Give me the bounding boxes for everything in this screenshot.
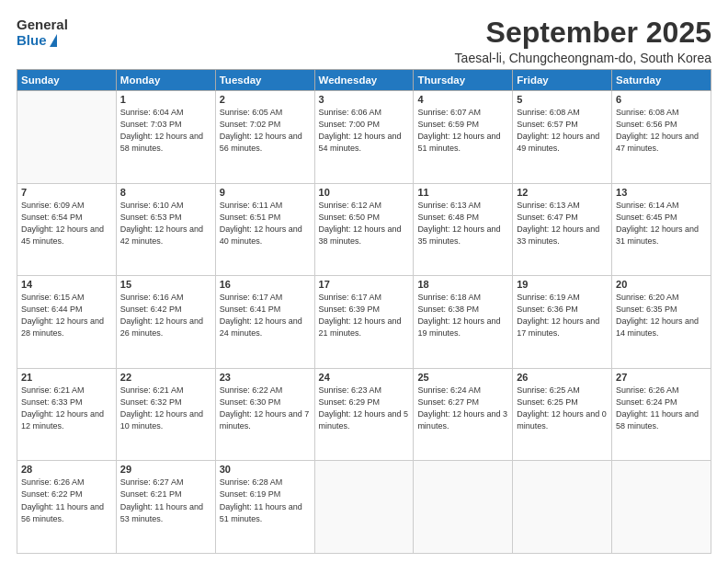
day-number: 4	[417, 94, 508, 105]
day-number: 14	[21, 279, 112, 290]
table-row: 4Sunrise: 6:07 AMSunset: 6:59 PMDaylight…	[414, 91, 513, 184]
calendar: Sunday Monday Tuesday Wednesday Thursday…	[17, 69, 711, 554]
day-number: 23	[220, 372, 311, 383]
day-number: 26	[517, 372, 608, 383]
day-info: Sunrise: 6:21 AMSunset: 6:33 PMDaylight:…	[21, 385, 112, 432]
day-info: Sunrise: 6:26 AMSunset: 6:24 PMDaylight:…	[616, 385, 707, 432]
day-info: Sunrise: 6:05 AMSunset: 7:02 PMDaylight:…	[220, 107, 311, 155]
page: General Blue September 2025 Taesal-li, C…	[0, 0, 728, 563]
day-number: 17	[319, 279, 410, 290]
table-row: 21Sunrise: 6:21 AMSunset: 6:33 PMDayligh…	[17, 368, 117, 461]
table-row: 27Sunrise: 6:26 AMSunset: 6:24 PMDayligh…	[612, 368, 711, 461]
day-info: Sunrise: 6:15 AMSunset: 6:44 PMDaylight:…	[21, 292, 112, 339]
table-row: 15Sunrise: 6:16 AMSunset: 6:42 PMDayligh…	[116, 276, 215, 369]
calendar-week-row: 28Sunrise: 6:26 AMSunset: 6:22 PMDayligh…	[17, 461, 711, 554]
table-row: 18Sunrise: 6:18 AMSunset: 6:38 PMDayligh…	[414, 276, 513, 369]
day-number: 2	[220, 94, 311, 105]
day-info: Sunrise: 6:10 AMSunset: 6:53 PMDaylight:…	[120, 200, 211, 247]
table-row: 16Sunrise: 6:17 AMSunset: 6:41 PMDayligh…	[215, 276, 314, 369]
table-row: 29Sunrise: 6:27 AMSunset: 6:21 PMDayligh…	[116, 461, 215, 554]
table-row: 24Sunrise: 6:23 AMSunset: 6:29 PMDayligh…	[314, 368, 414, 461]
day-info: Sunrise: 6:13 AMSunset: 6:47 PMDaylight:…	[517, 200, 608, 247]
day-info: Sunrise: 6:17 AMSunset: 6:41 PMDaylight:…	[220, 292, 311, 339]
calendar-week-row: 14Sunrise: 6:15 AMSunset: 6:44 PMDayligh…	[17, 276, 711, 369]
table-row: 19Sunrise: 6:19 AMSunset: 6:36 PMDayligh…	[513, 276, 612, 369]
day-number: 24	[319, 372, 410, 383]
day-info: Sunrise: 6:08 AMSunset: 6:56 PMDaylight:…	[616, 107, 707, 155]
header: General Blue September 2025 Taesal-li, C…	[17, 17, 711, 65]
col-saturday: Saturday	[612, 70, 711, 91]
day-number: 20	[616, 279, 707, 290]
day-number: 6	[616, 94, 707, 105]
day-number: 1	[120, 94, 211, 105]
table-row: 23Sunrise: 6:22 AMSunset: 6:30 PMDayligh…	[215, 368, 314, 461]
day-info: Sunrise: 6:27 AMSunset: 6:21 PMDaylight:…	[120, 477, 211, 524]
day-info: Sunrise: 6:26 AMSunset: 6:22 PMDaylight:…	[21, 477, 112, 524]
day-info: Sunrise: 6:25 AMSunset: 6:25 PMDaylight:…	[517, 385, 608, 432]
day-info: Sunrise: 6:13 AMSunset: 6:48 PMDaylight:…	[417, 200, 508, 247]
day-info: Sunrise: 6:08 AMSunset: 6:57 PMDaylight:…	[517, 107, 608, 155]
table-row: 1Sunrise: 6:04 AMSunset: 7:03 PMDaylight…	[116, 91, 215, 184]
table-row: 13Sunrise: 6:14 AMSunset: 6:45 PMDayligh…	[612, 183, 711, 276]
table-row: 17Sunrise: 6:17 AMSunset: 6:39 PMDayligh…	[314, 276, 414, 369]
month-title: September 2025	[77, 17, 711, 49]
day-number: 19	[517, 279, 608, 290]
day-info: Sunrise: 6:16 AMSunset: 6:42 PMDaylight:…	[120, 292, 211, 339]
day-number: 16	[220, 279, 311, 290]
logo-general: General	[17, 17, 68, 32]
title-block: September 2025 Taesal-li, Chungcheongnam…	[68, 17, 711, 65]
day-info: Sunrise: 6:12 AMSunset: 6:50 PMDaylight:…	[319, 200, 410, 247]
day-info: Sunrise: 6:11 AMSunset: 6:51 PMDaylight:…	[220, 200, 311, 247]
calendar-header-row: Sunday Monday Tuesday Wednesday Thursday…	[17, 70, 711, 91]
day-number: 7	[21, 187, 112, 198]
day-number: 13	[616, 187, 707, 198]
calendar-week-row: 21Sunrise: 6:21 AMSunset: 6:33 PMDayligh…	[17, 368, 711, 461]
logo-blue-row: Blue	[17, 32, 68, 48]
day-number: 5	[517, 94, 608, 105]
table-row: 2Sunrise: 6:05 AMSunset: 7:02 PMDaylight…	[215, 91, 314, 184]
day-number: 8	[120, 187, 211, 198]
table-row: 7Sunrise: 6:09 AMSunset: 6:54 PMDaylight…	[17, 183, 117, 276]
table-row	[612, 461, 711, 554]
table-row: 8Sunrise: 6:10 AMSunset: 6:53 PMDaylight…	[116, 183, 215, 276]
logo: General Blue	[17, 17, 68, 49]
table-row: 10Sunrise: 6:12 AMSunset: 6:50 PMDayligh…	[314, 183, 414, 276]
table-row: 3Sunrise: 6:06 AMSunset: 7:00 PMDaylight…	[314, 91, 414, 184]
day-info: Sunrise: 6:17 AMSunset: 6:39 PMDaylight:…	[319, 292, 410, 339]
day-number: 25	[417, 372, 508, 383]
table-row: 14Sunrise: 6:15 AMSunset: 6:44 PMDayligh…	[17, 276, 117, 369]
table-row	[314, 461, 414, 554]
day-number: 21	[21, 372, 112, 383]
table-row	[17, 91, 117, 184]
day-number: 29	[120, 464, 211, 475]
location: Taesal-li, Chungcheongnam-do, South Kore…	[77, 51, 711, 65]
day-number: 10	[319, 187, 410, 198]
col-wednesday: Wednesday	[314, 70, 414, 91]
day-number: 22	[120, 372, 211, 383]
day-info: Sunrise: 6:23 AMSunset: 6:29 PMDaylight:…	[319, 385, 410, 432]
day-number: 30	[220, 464, 311, 475]
table-row: 30Sunrise: 6:28 AMSunset: 6:19 PMDayligh…	[215, 461, 314, 554]
day-number: 12	[517, 187, 608, 198]
day-info: Sunrise: 6:14 AMSunset: 6:45 PMDaylight:…	[616, 200, 707, 247]
day-info: Sunrise: 6:09 AMSunset: 6:54 PMDaylight:…	[21, 200, 112, 247]
table-row: 28Sunrise: 6:26 AMSunset: 6:22 PMDayligh…	[17, 461, 117, 554]
logo-triangle-icon	[50, 34, 57, 47]
col-tuesday: Tuesday	[215, 70, 314, 91]
table-row: 9Sunrise: 6:11 AMSunset: 6:51 PMDaylight…	[215, 183, 314, 276]
day-info: Sunrise: 6:04 AMSunset: 7:03 PMDaylight:…	[120, 107, 211, 155]
col-friday: Friday	[513, 70, 612, 91]
day-info: Sunrise: 6:28 AMSunset: 6:19 PMDaylight:…	[220, 477, 311, 524]
day-info: Sunrise: 6:20 AMSunset: 6:35 PMDaylight:…	[616, 292, 707, 339]
day-number: 18	[417, 279, 508, 290]
table-row: 12Sunrise: 6:13 AMSunset: 6:47 PMDayligh…	[513, 183, 612, 276]
col-monday: Monday	[116, 70, 215, 91]
col-sunday: Sunday	[17, 70, 117, 91]
table-row: 6Sunrise: 6:08 AMSunset: 6:56 PMDaylight…	[612, 91, 711, 184]
calendar-week-row: 1Sunrise: 6:04 AMSunset: 7:03 PMDaylight…	[17, 91, 711, 184]
day-info: Sunrise: 6:18 AMSunset: 6:38 PMDaylight:…	[417, 292, 508, 339]
day-number: 15	[120, 279, 211, 290]
day-number: 27	[616, 372, 707, 383]
logo-blue: Blue	[17, 32, 47, 48]
day-number: 9	[220, 187, 311, 198]
